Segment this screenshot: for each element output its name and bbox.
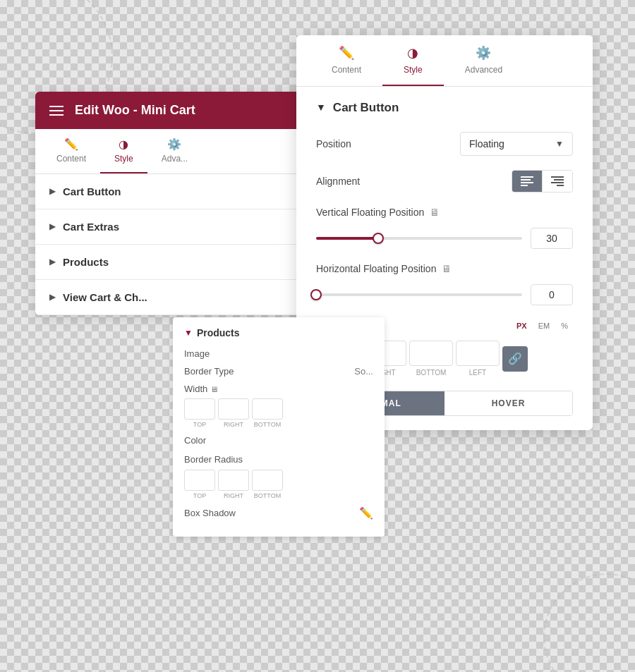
vertical-floating-row: Vertical Floating Position 🖥 30 bbox=[316, 207, 573, 249]
width-monitor-icon: 🖥 bbox=[210, 385, 218, 393]
color-row: Color bbox=[184, 435, 373, 446]
align-left-button[interactable] bbox=[512, 171, 543, 192]
right-advanced-icon: ⚙️ bbox=[476, 45, 491, 61]
left-tab-style-label: Style bbox=[114, 154, 133, 164]
padding-bottom-input[interactable]: 10 bbox=[409, 341, 453, 366]
svg-rect-3 bbox=[521, 185, 528, 186]
left-tab-content[interactable]: ✏️ Content bbox=[42, 129, 100, 173]
view-cart-section-header[interactable]: ▶ View Cart & Ch... bbox=[49, 291, 289, 303]
vertical-slider-value[interactable]: 30 bbox=[531, 228, 573, 249]
horizontal-monitor-icon: 🖥 bbox=[442, 263, 452, 274]
unit-px[interactable]: PX bbox=[512, 319, 532, 332]
cart-extras-section: ▶ Cart Extras bbox=[35, 209, 303, 245]
br-right-input[interactable]: 5 bbox=[218, 470, 249, 491]
view-cart-section-title: View Cart & Ch... bbox=[63, 291, 147, 303]
right-content-icon: ✏️ bbox=[339, 45, 354, 61]
width-right-input[interactable]: 4 bbox=[218, 398, 249, 420]
box-shadow-row: Box Shadow ✏️ bbox=[184, 506, 373, 520]
horizontal-slider-row: 0 bbox=[316, 284, 573, 305]
border-radius-label: Border Radius bbox=[184, 454, 243, 465]
br-right: 5 RIGHT bbox=[218, 470, 249, 499]
products-section: ▶ Products bbox=[35, 245, 303, 280]
position-row: Position Floating ▼ bbox=[316, 132, 573, 156]
unit-em[interactable]: EM bbox=[533, 319, 555, 332]
right-panel-tabs: ✏️ Content ◑ Style ⚙️ Advanced bbox=[296, 35, 593, 87]
right-tab-content[interactable]: ✏️ Content bbox=[310, 35, 382, 86]
products-sub-panel: ▼ Products Image Border Type So... Width… bbox=[173, 317, 385, 537]
unit-selector: PX EM % bbox=[512, 319, 573, 332]
advanced-icon-left: ⚙️ bbox=[167, 138, 181, 151]
left-panel: Edit Woo - Mini Cart ✏️ Content ◑ Style … bbox=[35, 92, 303, 315]
vertical-slider-thumb[interactable] bbox=[373, 233, 384, 244]
right-tab-content-label: Content bbox=[332, 65, 361, 75]
padding-bottom-label: BOTTOM bbox=[416, 369, 447, 377]
products-section-title: Products bbox=[63, 256, 109, 268]
br-right-label: RIGHT bbox=[224, 492, 243, 499]
position-label: Position bbox=[316, 138, 351, 149]
style-icon: ◑ bbox=[119, 138, 128, 151]
left-panel-header: Edit Woo - Mini Cart bbox=[35, 92, 303, 129]
alignment-row: Alignment bbox=[316, 170, 573, 193]
left-panel-tabs: ✏️ Content ◑ Style ⚙️ Adva... bbox=[35, 129, 303, 174]
hover-tab[interactable]: HOVER bbox=[445, 391, 572, 415]
svg-rect-5 bbox=[554, 179, 564, 181]
left-tab-advanced-label: Adva... bbox=[162, 154, 188, 164]
cart-extras-section-header[interactable]: ▶ Cart Extras bbox=[49, 221, 289, 233]
vertical-slider-track[interactable] bbox=[316, 237, 522, 240]
position-select[interactable]: Floating ▼ bbox=[460, 132, 573, 156]
vertical-slider-row: 30 bbox=[316, 228, 573, 249]
align-right-button[interactable] bbox=[543, 171, 572, 192]
unit-percent[interactable]: % bbox=[556, 319, 573, 332]
br-top-label: TOP bbox=[193, 492, 206, 499]
box-shadow-edit-icon[interactable]: ✏️ bbox=[359, 506, 373, 520]
width-top-input[interactable]: 4 bbox=[184, 398, 215, 420]
right-tab-style-label: Style bbox=[404, 65, 423, 75]
cart-button-section-title: Cart Button bbox=[333, 101, 399, 115]
horizontal-floating-row: Horizontal Floating Position 🖥 0 bbox=[316, 263, 573, 305]
svg-rect-1 bbox=[521, 179, 531, 181]
width-inputs: 4 TOP 4 RIGHT 4 BOTTOM bbox=[184, 398, 373, 428]
products-section-header[interactable]: ▶ Products bbox=[49, 256, 289, 268]
sub-panel-title: Products bbox=[197, 327, 240, 338]
width-input-bottom: 4 BOTTOM bbox=[252, 398, 283, 428]
padding-left-box: 10 LEFT bbox=[456, 341, 500, 377]
horizontal-slider-value[interactable]: 0 bbox=[531, 284, 573, 305]
right-style-icon: ◑ bbox=[407, 45, 418, 61]
hamburger-icon[interactable] bbox=[49, 106, 64, 116]
sub-panel-chevron: ▼ bbox=[184, 328, 193, 338]
cart-button-section-header[interactable]: ▶ Cart Button bbox=[49, 185, 289, 197]
svg-rect-2 bbox=[521, 182, 533, 183]
link-padding-button[interactable]: 🔗 bbox=[502, 346, 528, 372]
view-cart-section: ▶ View Cart & Ch... bbox=[35, 280, 303, 315]
image-row: Image bbox=[184, 348, 373, 359]
width-bottom-input[interactable]: 4 bbox=[252, 398, 283, 420]
right-tab-advanced[interactable]: ⚙️ Advanced bbox=[444, 35, 524, 86]
border-type-label: Border Type bbox=[184, 366, 234, 377]
br-top-input[interactable]: 5 bbox=[184, 470, 215, 491]
vertical-floating-label: Vertical Floating Position 🖥 bbox=[316, 207, 573, 218]
width-label-container: Width 🖥 bbox=[184, 384, 373, 394]
border-radius-row: Border Radius 5 TOP 5 RIGHT 5 BOTTOM bbox=[184, 453, 373, 499]
br-inputs: 5 TOP 5 RIGHT 5 BOTTOM bbox=[184, 470, 373, 499]
vertical-floating-text: Vertical Floating Position bbox=[316, 207, 424, 218]
left-tab-style[interactable]: ◑ Style bbox=[100, 129, 147, 173]
padding-left-input[interactable]: 10 bbox=[456, 341, 500, 366]
cart-extras-arrow: ▶ bbox=[49, 221, 56, 232]
cart-button-arrow: ▶ bbox=[49, 186, 56, 197]
color-label: Color bbox=[184, 435, 206, 446]
width-bottom-label: BOTTOM bbox=[254, 421, 281, 428]
vertical-slider-fill bbox=[316, 237, 378, 240]
box-shadow-label: Box Shadow bbox=[184, 508, 236, 518]
border-type-value: So... bbox=[354, 366, 373, 377]
view-cart-arrow: ▶ bbox=[49, 292, 56, 303]
br-bottom-input[interactable]: 5 bbox=[252, 470, 283, 491]
padding-left-label: LEFT bbox=[469, 369, 486, 377]
svg-rect-0 bbox=[521, 176, 533, 178]
horizontal-slider-thumb[interactable] bbox=[310, 289, 322, 300]
right-tab-style[interactable]: ◑ Style bbox=[382, 35, 444, 86]
horizontal-slider-track[interactable] bbox=[316, 293, 522, 296]
width-top-label: TOP bbox=[193, 421, 206, 428]
sub-panel-header: ▼ Products bbox=[184, 327, 373, 338]
left-tab-advanced[interactable]: ⚙️ Adva... bbox=[147, 129, 202, 173]
cart-button-section: ▶ Cart Button bbox=[35, 174, 303, 209]
